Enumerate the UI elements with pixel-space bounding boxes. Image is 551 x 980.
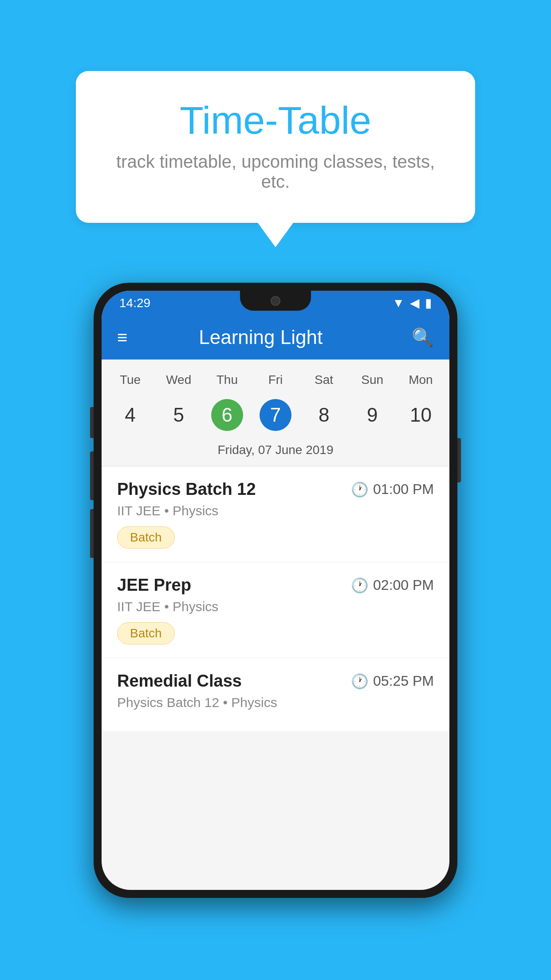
class-item-header-2: JEE Prep 🕐 02:00 PM	[117, 576, 434, 595]
batch-badge-1: Batch	[117, 526, 175, 549]
class-time-value-2: 02:00 PM	[373, 577, 434, 593]
class-item-jee-prep[interactable]: JEE Prep 🕐 02:00 PM IIT JEE • Physics Ba…	[102, 562, 449, 658]
search-icon[interactable]: 🔍	[412, 327, 434, 348]
class-item-header-1: Physics Batch 12 🕐 01:00 PM	[117, 480, 434, 499]
class-name-1: Physics Batch 12	[117, 480, 256, 499]
speech-bubble-subtitle: track timetable, upcoming classes, tests…	[107, 152, 444, 192]
day-4[interactable]: 4	[106, 394, 154, 436]
signal-icon: ◀	[410, 296, 420, 310]
status-icons: ▼ ◀ ▮	[392, 296, 432, 310]
phone-screen: 14:29 ▼ ◀ ▮ ≡ Learning Light 🔍 Tue Wed T…	[102, 291, 449, 890]
wifi-icon: ▼	[392, 296, 405, 310]
class-subject-3: Physics Batch 12 • Physics	[117, 695, 434, 710]
class-time-value-3: 05:25 PM	[373, 673, 434, 689]
clock-icon-2: 🕐	[351, 577, 369, 594]
class-time-value-1: 01:00 PM	[373, 481, 434, 498]
batch-badge-2: Batch	[117, 622, 175, 644]
volume-up-button	[90, 407, 94, 438]
phone-notch	[240, 291, 311, 311]
day-9[interactable]: 9	[348, 394, 397, 436]
class-item-physics-batch[interactable]: Physics Batch 12 🕐 01:00 PM IIT JEE • Ph…	[102, 466, 449, 562]
clock-icon-1: 🕐	[351, 481, 369, 498]
power-button	[457, 438, 461, 482]
day-header-sat: Sat	[300, 368, 348, 391]
class-subject-1: IIT JEE • Physics	[117, 503, 434, 518]
class-subject-2: IIT JEE • Physics	[117, 599, 434, 614]
day-header-mon: Mon	[397, 368, 445, 391]
phone-wrapper: 14:29 ▼ ◀ ▮ ≡ Learning Light 🔍 Tue Wed T…	[94, 283, 457, 898]
battery-icon: ▮	[425, 296, 432, 310]
volume-down-button	[90, 451, 94, 500]
class-time-1: 🕐 01:00 PM	[351, 481, 434, 498]
day-5[interactable]: 5	[154, 394, 203, 436]
clock-icon-3: 🕐	[351, 673, 369, 690]
day-numbers: 4 5 6 7 8 9 10	[102, 394, 449, 436]
calendar-strip: Tue Wed Thu Fri Sat Sun Mon 4 5 6 7 8 9 …	[102, 360, 449, 466]
speech-bubble-container: Time-Table track timetable, upcoming cla…	[76, 71, 475, 247]
day-6-today[interactable]: 6	[203, 394, 251, 436]
class-name-2: JEE Prep	[117, 576, 191, 595]
class-name-3: Remedial Class	[117, 672, 242, 691]
app-title: Learning Light	[127, 326, 394, 348]
day-header-wed: Wed	[154, 368, 203, 391]
day-header-sun: Sun	[348, 368, 397, 391]
class-item-remedial[interactable]: Remedial Class 🕐 05:25 PM Physics Batch …	[102, 658, 449, 732]
day-headers: Tue Wed Thu Fri Sat Sun Mon	[102, 368, 449, 391]
day-header-tue: Tue	[106, 368, 154, 391]
class-list: Physics Batch 12 🕐 01:00 PM IIT JEE • Ph…	[102, 466, 449, 732]
day-10[interactable]: 10	[397, 394, 445, 436]
status-time: 14:29	[119, 296, 150, 310]
class-time-3: 🕐 05:25 PM	[351, 673, 434, 690]
speech-bubble-title: Time-Table	[107, 98, 444, 143]
phone-frame: 14:29 ▼ ◀ ▮ ≡ Learning Light 🔍 Tue Wed T…	[94, 283, 457, 898]
speech-bubble: Time-Table track timetable, upcoming cla…	[76, 71, 475, 223]
hamburger-icon[interactable]: ≡	[117, 328, 127, 348]
day-header-thu: Thu	[203, 368, 251, 391]
day-8[interactable]: 8	[300, 394, 348, 436]
class-time-2: 🕐 02:00 PM	[351, 577, 434, 594]
day-header-fri: Fri	[251, 368, 299, 391]
class-item-header-3: Remedial Class 🕐 05:25 PM	[117, 672, 434, 691]
day-7-selected[interactable]: 7	[251, 394, 299, 436]
speech-bubble-arrow	[258, 223, 293, 247]
app-bar: ≡ Learning Light 🔍	[102, 315, 449, 360]
front-camera	[271, 296, 280, 306]
selected-date-label: Friday, 07 June 2019	[102, 436, 449, 466]
silent-button	[90, 509, 94, 558]
